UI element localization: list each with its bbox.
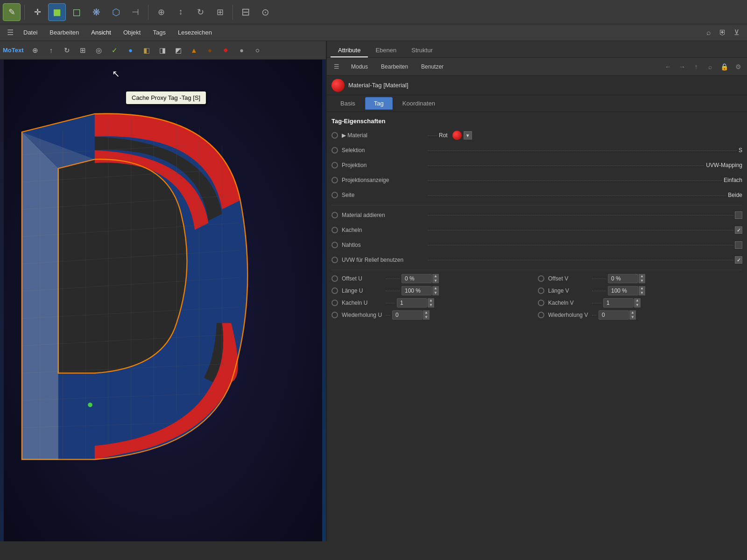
st-gray-sphere-icon[interactable]: ● <box>235 43 249 57</box>
menu-tags[interactable]: Tags <box>147 27 171 38</box>
move-tool-icon[interactable]: ✛ <box>28 3 46 21</box>
stepper-kacheln-v-down[interactable]: ▼ <box>634 303 641 308</box>
prop-radio-proj-anzeige[interactable] <box>331 177 338 183</box>
stepper-laenge-v[interactable]: ▲ ▼ <box>639 286 645 295</box>
menu-datei[interactable]: Datei <box>18 27 43 38</box>
search-icon[interactable]: ⌕ <box>702 26 715 39</box>
stepper-offset-v-up[interactable]: ▲ <box>639 274 645 279</box>
stepper-wiederholung-v-down[interactable]: ▼ <box>629 315 636 320</box>
prop-radio-uvw-relief[interactable] <box>331 257 338 263</box>
st-cone-icon[interactable]: ▲ <box>187 43 201 57</box>
up-down-icon[interactable]: ↕ <box>172 3 190 21</box>
stepper-laenge-v-up[interactable]: ▲ <box>639 286 645 291</box>
attr-hamburger[interactable]: ☰ <box>331 61 343 73</box>
stepper-offset-v-down[interactable]: ▼ <box>639 279 645 283</box>
stepper-offset-u-up[interactable]: ▲ <box>432 274 439 279</box>
stepper-laenge-u-up[interactable]: ▲ <box>432 286 439 291</box>
stepper-offset-u[interactable]: ▲ ▼ <box>432 274 439 283</box>
stepper-laenge-u[interactable]: ▲ ▼ <box>432 286 439 295</box>
stepper-offset-u-down[interactable]: ▼ <box>432 279 439 283</box>
input-offset-u[interactable] <box>402 274 432 283</box>
input-kacheln-u[interactable] <box>397 298 427 308</box>
attr-modus-btn[interactable]: Modus <box>346 62 373 71</box>
checkbox-nahtlos[interactable] <box>735 241 742 249</box>
stepper-wiederholung-u-down[interactable]: ▼ <box>423 315 430 320</box>
rotate-icon[interactable]: ↻ <box>191 3 209 21</box>
st-sphere-blue-icon[interactable]: ● <box>124 43 138 57</box>
arrow-right-icon[interactable]: ⊣ <box>127 3 144 21</box>
prop-radio-wiederholung-v[interactable] <box>538 312 544 318</box>
tab-attribute[interactable]: Attribute <box>331 44 368 57</box>
brush-tool-icon[interactable]: ✎ <box>3 3 21 21</box>
atom-icon[interactable]: ❋ <box>87 3 105 21</box>
tab-ebenen[interactable]: Ebenen <box>368 44 404 57</box>
st-cache-proxy-icon[interactable]: ◧ <box>140 43 154 57</box>
menu-bearbeiten[interactable]: Bearbeiten <box>44 27 85 38</box>
prop-radio-offset-u[interactable] <box>331 275 338 282</box>
material-dropdown-btn[interactable]: ▼ <box>464 131 472 140</box>
checkbox-uvw-relief[interactable] <box>735 256 742 264</box>
viewport-3d[interactable]: MoText ⊕ ↑ ↻ ⊞ ◎ ✓ ● ◧ ◨ ◩ ▲ ● ● ● ○ Cac… <box>0 41 327 541</box>
st-icon-2[interactable]: ↑ <box>44 43 58 57</box>
prop-radio-mat-add[interactable] <box>331 212 338 218</box>
attr-bearbeiten-btn[interactable]: Bearbeiten <box>376 62 413 71</box>
prop-radio-nahtlos[interactable] <box>331 242 338 248</box>
st-check-icon[interactable]: ✓ <box>108 43 122 57</box>
st-dot-icon[interactable]: ● <box>203 43 217 57</box>
stepper-kacheln-u[interactable]: ▲ ▼ <box>428 298 434 308</box>
grid2-icon[interactable]: ⊟ <box>237 3 254 21</box>
stepper-wiederholung-u[interactable]: ▲ ▼ <box>423 310 430 320</box>
stepper-kacheln-u-up[interactable]: ▲ <box>428 298 434 303</box>
input-kacheln-v[interactable] <box>603 298 634 308</box>
stepper-kacheln-v[interactable]: ▲ ▼ <box>634 298 641 308</box>
st-icon-4[interactable]: ⊞ <box>76 43 90 57</box>
cube-multi-icon[interactable]: ⬡ <box>107 3 125 21</box>
stepper-kacheln-v-up[interactable]: ▲ <box>634 298 641 303</box>
st-white-sphere-icon[interactable]: ○ <box>251 43 265 57</box>
input-wiederholung-v[interactable] <box>599 310 629 320</box>
prop-radio-laenge-v[interactable] <box>538 287 544 294</box>
sub-tab-basis[interactable]: Basis <box>331 97 364 110</box>
prop-radio-seite[interactable] <box>331 192 338 198</box>
st-red-sphere-icon[interactable]: ● <box>219 43 233 57</box>
stepper-kacheln-u-down[interactable]: ▼ <box>428 303 434 308</box>
prop-radio-offset-v[interactable] <box>538 275 544 282</box>
prop-radio-material[interactable] <box>331 132 338 139</box>
cube-green-icon[interactable]: ◼ <box>48 3 66 21</box>
attr-benutzer-btn[interactable]: Benutzer <box>416 62 448 71</box>
menu-lesezeichen[interactable]: Lesezeichen <box>172 27 218 38</box>
prop-radio-selektion[interactable] <box>331 147 338 154</box>
grid-icon[interactable]: ⊞ <box>211 3 229 21</box>
stepper-wiederholung-v-up[interactable]: ▲ <box>629 310 636 315</box>
stepper-laenge-v-down[interactable]: ▼ <box>639 291 645 295</box>
nav-forward-icon[interactable]: → <box>677 62 687 72</box>
cube-outline-icon[interactable]: ◻ <box>68 3 85 21</box>
input-laenge-v[interactable] <box>608 286 638 295</box>
nav-settings-icon[interactable]: ⚙ <box>733 62 743 72</box>
st-tag-s-icon[interactable]: ◨ <box>155 43 169 57</box>
tab-struktur[interactable]: Struktur <box>404 44 440 57</box>
cross-arrow-icon[interactable]: ⊕ <box>152 3 170 21</box>
nav-up-icon[interactable]: ↑ <box>691 62 701 72</box>
nav-search-icon[interactable]: ⌕ <box>705 62 715 72</box>
stepper-wiederholung-v[interactable]: ▲ ▼ <box>629 310 636 320</box>
prop-radio-laenge-u[interactable] <box>331 287 338 294</box>
input-offset-v[interactable] <box>608 274 638 283</box>
checkbox-kacheln[interactable] <box>735 226 742 234</box>
st-eye-icon[interactable]: ◎ <box>92 43 106 57</box>
camera-icon[interactable]: ⊙ <box>256 3 274 21</box>
shield-icon[interactable]: ⛨ <box>716 26 729 39</box>
prop-radio-wiederholung-u[interactable] <box>331 312 338 318</box>
prop-radio-projektion[interactable] <box>331 162 338 168</box>
stepper-offset-v[interactable]: ▲ ▼ <box>639 274 645 283</box>
sub-tab-koordinaten[interactable]: Koordinaten <box>394 97 444 110</box>
st-tag-t-icon[interactable]: ◩ <box>171 43 185 57</box>
checkbox-mat-add[interactable] <box>735 211 742 219</box>
input-laenge-u[interactable] <box>402 286 432 295</box>
st-icon-1[interactable]: ⊕ <box>28 43 42 57</box>
sub-tab-tag[interactable]: Tag <box>365 97 393 110</box>
hamburger-menu[interactable]: ☰ <box>4 26 17 39</box>
prop-radio-kacheln[interactable] <box>331 227 338 233</box>
stepper-laenge-u-down[interactable]: ▼ <box>432 291 439 295</box>
menu-objekt[interactable]: Objekt <box>118 27 147 38</box>
